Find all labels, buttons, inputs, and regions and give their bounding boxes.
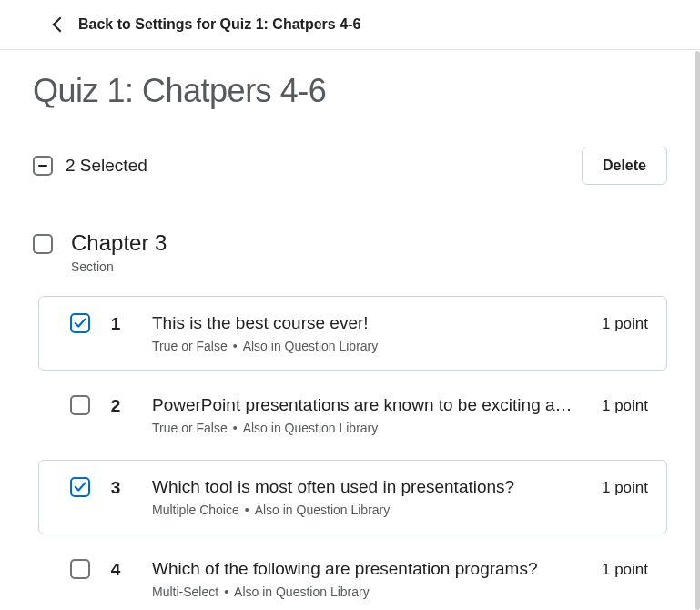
selection-info: 2 Selected	[33, 156, 147, 176]
question-library-note: Also in Question Library	[255, 503, 391, 517]
back-label: Back to Settings for Quiz 1: Chatpers 4-…	[78, 16, 360, 33]
question-points: 1 point	[602, 561, 648, 579]
question-row[interactable]: 2PowerPoint presentations are known to b…	[38, 378, 667, 452]
question-library-note: Also in Question Library	[234, 585, 370, 599]
question-checkbox[interactable]	[70, 395, 90, 415]
question-checkbox[interactable]	[70, 477, 90, 497]
question-body: PowerPoint presentations are known to be…	[152, 395, 576, 435]
question-number: 2	[107, 396, 125, 416]
question-title: Which tool is most often used in present…	[152, 477, 576, 497]
question-row[interactable]: 1This is the best course ever!True or Fa…	[38, 296, 667, 371]
question-meta: True or False•Also in Question Library	[152, 421, 576, 435]
question-type: Multiple Choice	[152, 503, 239, 517]
page-title: Quiz 1: Chatpers 4-6	[33, 72, 667, 110]
question-points: 1 point	[602, 397, 648, 415]
question-type: True or False	[152, 339, 228, 353]
main-content: Quiz 1: Chatpers 4-6 2 Selected Delete C…	[0, 50, 700, 610]
question-type: Multi-Select	[152, 585, 218, 599]
separator-dot: •	[233, 421, 238, 435]
question-row[interactable]: 4Which of the following are presentation…	[38, 542, 667, 610]
separator-dot: •	[224, 585, 228, 599]
question-title: Which of the following are presentation …	[152, 559, 576, 579]
question-body: Which tool is most often used in present…	[152, 477, 576, 517]
section-title: Chapter 3	[71, 230, 167, 256]
question-meta: True or False•Also in Question Library	[152, 339, 576, 353]
selection-bar: 2 Selected Delete	[33, 147, 667, 185]
back-link[interactable]: Back to Settings for Quiz 1: Chatpers 4-…	[0, 0, 700, 50]
question-number: 3	[107, 478, 125, 498]
chevron-left-icon	[53, 17, 68, 33]
question-title: This is the best course ever!	[152, 313, 576, 333]
question-points: 1 point	[602, 479, 648, 497]
section-header: Chapter 3 Section	[33, 230, 667, 274]
question-checkbox[interactable]	[70, 559, 90, 579]
separator-dot: •	[233, 339, 238, 353]
selection-count: 2 Selected	[66, 156, 147, 176]
question-number: 1	[107, 314, 125, 334]
section-subtitle: Section	[71, 259, 167, 274]
question-body: Which of the following are presentation …	[152, 559, 576, 599]
question-body: This is the best course ever!True or Fal…	[152, 313, 576, 353]
question-library-note: Also in Question Library	[243, 339, 379, 353]
question-meta: Multiple Choice•Also in Question Library	[152, 503, 576, 517]
separator-dot: •	[245, 503, 249, 517]
question-title: PowerPoint presentations are known to be…	[152, 395, 576, 415]
question-library-note: Also in Question Library	[243, 421, 379, 435]
delete-button[interactable]: Delete	[582, 147, 667, 185]
select-all-checkbox[interactable]	[33, 156, 53, 176]
question-row[interactable]: 3Which tool is most often used in presen…	[38, 460, 667, 534]
scrollbar[interactable]	[695, 51, 700, 610]
question-list: 1This is the best course ever!True or Fa…	[33, 296, 667, 610]
question-number: 4	[107, 560, 125, 580]
section-checkbox[interactable]	[33, 234, 53, 254]
question-type: True or False	[152, 421, 228, 435]
question-meta: Multi-Select•Also in Question Library	[152, 585, 576, 599]
question-points: 1 point	[602, 315, 648, 333]
question-checkbox[interactable]	[70, 313, 90, 333]
